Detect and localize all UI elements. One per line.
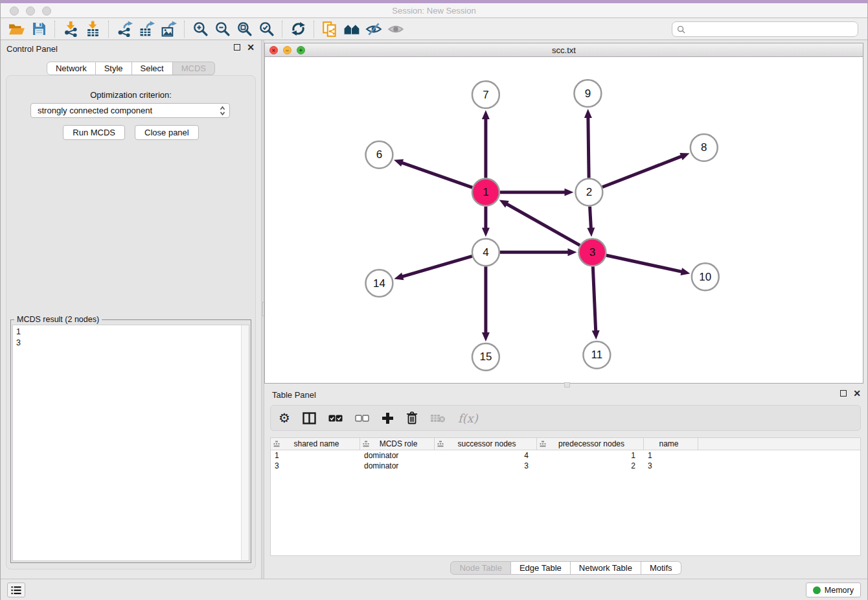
node-9[interactable]: 9 (574, 80, 601, 107)
search-field[interactable] (672, 21, 858, 37)
control-panel-tabs: Network Style Select MCDS (1, 62, 261, 75)
float-table-panel-icon[interactable] (840, 390, 847, 397)
save-session-button[interactable] (28, 19, 50, 39)
column-header-successor-nodes[interactable]: successor nodes (435, 438, 537, 450)
import-table-button[interactable] (82, 19, 104, 39)
export-image-icon (161, 21, 177, 37)
tab-network[interactable]: Network (47, 62, 96, 75)
memory-button[interactable]: Memory (806, 583, 861, 597)
table-panel-title: Table Panel (272, 390, 316, 400)
node-10[interactable]: 10 (692, 263, 719, 290)
export-image-button[interactable] (157, 19, 179, 39)
node-7[interactable]: 7 (472, 81, 499, 108)
node-6[interactable]: 6 (365, 141, 393, 168)
export-table-icon (139, 21, 155, 37)
table-toolbar: ⚙ (270, 405, 861, 431)
export-table-button[interactable] (135, 19, 157, 39)
cell-shared-name: 1 (271, 450, 360, 461)
hide-graphics-button[interactable] (363, 19, 385, 39)
table-row[interactable]: 1 dominator 4 1 1 (271, 450, 860, 461)
node-1[interactable]: 1 (472, 179, 499, 206)
zoom-fit-button[interactable] (233, 19, 255, 39)
tab-network-table[interactable]: Network Table (571, 561, 641, 575)
cell-name: 3 (644, 461, 698, 471)
titlebar-accent-strip (1, 0, 867, 3)
gear-icon: ⚙ (279, 410, 290, 426)
edge-3-10[interactable] (606, 255, 682, 271)
task-list-icon (11, 586, 21, 595)
plus-icon (382, 412, 394, 424)
column-header-mcds-role[interactable]: MCDS role (360, 438, 435, 450)
node-3[interactable]: 3 (578, 238, 606, 266)
zoom-out-icon (214, 21, 231, 37)
apply-layout-button[interactable] (287, 19, 309, 39)
svg-text:3: 3 (589, 246, 595, 259)
cell-successor-nodes: 4 (435, 450, 537, 461)
svg-text:1: 1 (483, 186, 488, 198)
network-canvas[interactable]: 1234678910111415 (265, 57, 863, 383)
tab-node-table[interactable]: Node Table (450, 561, 511, 575)
cell-predecessor-nodes: 1 (537, 450, 644, 461)
close-panel-button[interactable]: Close panel (135, 125, 199, 140)
memory-status-icon (813, 586, 821, 594)
zoom-in-button[interactable] (189, 19, 211, 39)
edge-2-3[interactable] (590, 207, 591, 229)
deselect-all-columns-button[interactable] (355, 415, 369, 422)
tab-select[interactable]: Select (132, 62, 173, 75)
mcds-result-area[interactable]: 1 3 (12, 325, 249, 561)
tab-mcds[interactable]: MCDS (173, 62, 215, 75)
search-icon (677, 25, 685, 34)
close-table-panel-icon[interactable]: ✕ (853, 390, 861, 397)
result-scrollbar[interactable] (241, 325, 249, 560)
cell-shared-name: 3 (271, 461, 360, 471)
mcds-result-title: MCDS result (2 nodes) (14, 315, 102, 324)
tab-motifs[interactable]: Motifs (641, 561, 681, 575)
tab-style[interactable]: Style (96, 62, 132, 75)
select-all-columns-button[interactable] (328, 415, 343, 422)
close-panel-icon[interactable]: ✕ (247, 44, 255, 51)
column-header-predecessor-nodes[interactable]: predecessor nodes (537, 438, 644, 450)
float-panel-icon[interactable] (234, 44, 240, 51)
status-bar: Memory (1, 579, 867, 600)
node-14[interactable]: 14 (365, 270, 393, 297)
delete-column-button[interactable] (406, 411, 418, 424)
show-columns-button[interactable] (303, 412, 316, 424)
optimization-criterion-dropdown[interactable]: strongly connected component (30, 103, 230, 118)
show-graphics-button[interactable] (385, 19, 407, 39)
task-history-button[interactable] (7, 583, 25, 597)
node-15[interactable]: 15 (472, 343, 499, 371)
edge-4-14[interactable] (402, 256, 472, 276)
import-network-button[interactable] (60, 19, 82, 39)
open-session-button[interactable] (6, 19, 28, 39)
table-row[interactable]: 3 dominator 3 2 3 (271, 461, 860, 471)
tab-edge-table[interactable]: Edge Table (511, 561, 571, 575)
clone-network-button[interactable] (319, 19, 341, 39)
eye-slash-icon (365, 21, 382, 37)
node-2[interactable]: 2 (575, 179, 602, 206)
overview-button[interactable] (341, 19, 363, 39)
table-settings-button[interactable]: ⚙ (279, 410, 290, 426)
checked-boxes-icon (328, 415, 343, 422)
svg-text:4: 4 (483, 246, 488, 259)
edge-1-6[interactable] (402, 163, 472, 187)
export-network-button[interactable] (113, 19, 135, 39)
toolbar-separator (108, 21, 109, 38)
column-header-name[interactable]: name (644, 438, 698, 450)
zoom-out-button[interactable] (211, 19, 233, 39)
cell-predecessor-nodes: 2 (537, 461, 644, 471)
column-header-shared-name[interactable]: shared name (271, 438, 360, 450)
edge-2-8[interactable] (602, 156, 682, 187)
zoom-selected-button[interactable] (255, 19, 277, 39)
node-8[interactable]: 8 (691, 134, 718, 161)
edge-3-11[interactable] (593, 266, 595, 331)
delete-table-icon (430, 413, 446, 423)
edge-3-1[interactable] (507, 204, 580, 246)
node-4[interactable]: 4 (472, 238, 499, 266)
delete-table-button (430, 413, 446, 423)
search-input[interactable] (685, 23, 858, 36)
edge-2-9[interactable] (588, 117, 589, 178)
node-table: shared name MCDS role successor nodes pr… (270, 437, 861, 556)
node-11[interactable]: 11 (583, 341, 610, 369)
create-column-button[interactable] (382, 412, 394, 424)
run-mcds-button[interactable]: Run MCDS (63, 125, 125, 140)
